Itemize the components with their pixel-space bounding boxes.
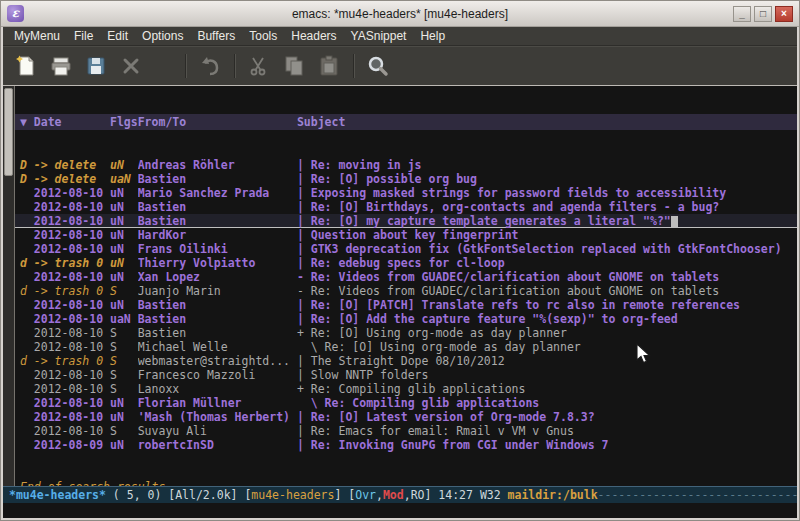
message-row[interactable]: 2012-08-10SSuvayu Ali| Re: Emacs for ema… <box>15 424 797 438</box>
menu-item-options[interactable]: Options <box>135 27 190 45</box>
flags-cell: S <box>110 326 138 340</box>
close-buffer-icon <box>119 54 143 78</box>
modeline-plain: ( 5, 0) [All/2.0k] [ <box>106 488 251 502</box>
subject-cell: - Re: Videos from GUADEC/clarification a… <box>297 270 719 284</box>
toolbar-separator <box>353 54 355 78</box>
title-bar[interactable]: ε emacs: *mu4e-headers* [mu4e-headers] _… <box>1 1 799 27</box>
save-button[interactable] <box>81 51 111 81</box>
message-row[interactable]: 2012-08-10uNXan Lopez- Re: Videos from G… <box>15 270 797 284</box>
mu4e-headers-buffer[interactable]: ▼ DateFlgsFrom/ToSubject D -> deleteuNAn… <box>15 86 797 486</box>
from-cell: Bastien <box>138 200 297 214</box>
message-row[interactable]: 2012-08-10uN'Mash (Thomas Herbert)| Re: … <box>15 410 797 424</box>
toolbar-separator <box>234 54 236 78</box>
end-of-results-text: End of search results <box>15 480 797 486</box>
date-cell: 2012-08-10 <box>20 368 110 382</box>
date-cell: 2012-08-10 <box>20 326 110 340</box>
new-file-button[interactable] <box>11 51 41 81</box>
date-cell: 2012-08-10 <box>20 424 110 438</box>
message-row[interactable]: D -> deleteuaNBastien| Re: [O] possible … <box>15 172 797 186</box>
subject-cell: | Re: [O] possible org bug <box>297 172 477 186</box>
menu-item-mymenu[interactable]: MyMenu <box>7 27 67 45</box>
flags-cell: uN <box>110 410 138 424</box>
subject-cell: | Exposing masked strings for password f… <box>297 186 726 200</box>
from-cell: Florian Müllner <box>138 396 297 410</box>
subject-cell: | GTK3 deprecation fix (GtkFontSelection… <box>297 242 782 256</box>
date-cell: d -> trash 0 <box>20 284 110 298</box>
menu-item-file[interactable]: File <box>67 27 100 45</box>
flags-cell: S <box>110 368 138 382</box>
flags-cell: S <box>110 340 138 354</box>
message-row[interactable]: d -> trash 0Swebmaster@straightd...| The… <box>15 354 797 368</box>
window-title: emacs: *mu4e-headers* [mu4e-headers] <box>1 7 799 21</box>
from-cell: Michael Welle <box>138 340 297 354</box>
message-row[interactable]: 2012-08-10uaNBastien| Re: [O] Add the ca… <box>15 312 797 326</box>
search-icon <box>366 54 390 78</box>
message-row[interactable]: 2012-08-09uNrobertcInSD| Re: Invoking Gn… <box>15 438 797 452</box>
scrollbar[interactable] <box>3 86 15 486</box>
menu-bar: MyMenuFileEditOptionsBuffersToolsHeaders… <box>3 27 797 46</box>
column-header-flags[interactable]: Flgs <box>110 114 138 130</box>
maximize-button[interactable]: □ <box>754 6 772 22</box>
flags-cell: uN <box>110 214 138 228</box>
close-buffer-button[interactable] <box>116 51 146 81</box>
paste-button[interactable] <box>314 51 344 81</box>
scrollbar-thumb[interactable] <box>4 88 13 176</box>
message-row[interactable]: 2012-08-10uNFlorian Müllner \ Re: Compil… <box>15 396 797 410</box>
message-row[interactable]: 2012-08-10uNBastien| Re: [O] Birthdays, … <box>15 200 797 214</box>
menu-item-buffers[interactable]: Buffers <box>190 27 242 45</box>
search-button[interactable] <box>363 51 393 81</box>
message-row[interactable]: 2012-08-10SMichael Welle \ Re: [O] Using… <box>15 340 797 354</box>
from-cell: Mario Sanchez Prada <box>138 186 297 200</box>
modeline-mode-name: mu4e-headers <box>251 488 334 502</box>
subject-cell: | Question about key fingerprint <box>297 228 519 242</box>
flags-cell: S <box>110 424 138 438</box>
cut-icon <box>247 54 271 78</box>
message-row[interactable]: d -> trash 0SJuanjo Marin- Re: Videos fr… <box>15 284 797 298</box>
message-row[interactable]: 2012-08-10SFrancesco Mazzoli| Slow NNTP … <box>15 368 797 382</box>
from-cell: HardKor <box>138 228 297 242</box>
message-row[interactable]: D -> deleteuNAndreas Röhler| Re: moving … <box>15 158 797 172</box>
message-row[interactable]: 2012-08-10uNBastien| Re: [O] [PATCH] Tra… <box>15 298 797 312</box>
minimize-button[interactable]: _ <box>733 6 751 22</box>
message-row[interactable]: 2012-08-10uNBastien| Re: [O] my capture … <box>15 214 797 228</box>
message-row[interactable]: 2012-08-10uNFrans Oilinki| GTK3 deprecat… <box>15 242 797 256</box>
print-button[interactable] <box>46 51 76 81</box>
date-cell: 2012-08-10 <box>20 242 110 256</box>
from-cell: Bastien <box>138 326 297 340</box>
minibuffer[interactable] <box>3 503 797 518</box>
menu-item-yasnippet[interactable]: YASnippet <box>344 27 414 45</box>
cut-button[interactable] <box>244 51 274 81</box>
close-button[interactable]: × <box>775 6 793 22</box>
date-cell: d -> trash 0 <box>20 354 110 368</box>
column-header-subject[interactable]: Subject <box>297 115 345 129</box>
subject-cell: - Re: Videos from GUADEC/clarification a… <box>297 284 719 298</box>
undo-button[interactable] <box>195 51 225 81</box>
subject-cell: | Re: [O] [PATCH] Translate refs to rc a… <box>297 298 740 312</box>
emacs-window: ε emacs: *mu4e-headers* [mu4e-headers] _… <box>0 0 800 521</box>
menu-item-edit[interactable]: Edit <box>100 27 135 45</box>
from-cell: Francesco Mazzoli <box>138 368 297 382</box>
message-row[interactable]: 2012-08-10uNHardKor| Question about key … <box>15 228 797 242</box>
date-cell: 2012-08-10 <box>20 312 110 326</box>
flags-cell: uaN <box>110 312 138 326</box>
from-cell: Xan Lopez <box>138 270 297 284</box>
from-cell: Frans Oilinki <box>138 242 297 256</box>
copy-button[interactable] <box>279 51 309 81</box>
date-cell: d -> trash 0 <box>20 256 110 270</box>
column-header-date[interactable]: ▼ Date <box>20 114 110 130</box>
message-row[interactable]: 2012-08-10uNMario Sanchez Prada| Exposin… <box>15 186 797 200</box>
message-row[interactable]: d -> trash 0uNThierry Volpiatto| Re: ede… <box>15 256 797 270</box>
menu-item-help[interactable]: Help <box>413 27 452 45</box>
message-row[interactable]: 2012-08-10SBastien+ Re: [O] Using org-mo… <box>15 326 797 340</box>
message-row[interactable]: 2012-08-10SLanoxx+ Re: Compiling glib ap… <box>15 382 797 396</box>
flags-cell: uN <box>110 298 138 312</box>
subject-cell: | Slow NNTP folders <box>297 368 429 382</box>
menu-item-tools[interactable]: Tools <box>242 27 284 45</box>
from-cell: Lanoxx <box>138 382 297 396</box>
flags-cell: uN <box>110 228 138 242</box>
menu-item-headers[interactable]: Headers <box>284 27 343 45</box>
date-cell: 2012-08-10 <box>20 382 110 396</box>
subject-cell: + Re: Compiling glib applications <box>297 382 525 396</box>
modeline-dashes: ----------------------------------------… <box>598 488 797 502</box>
column-header-from[interactable]: From/To <box>138 114 297 130</box>
